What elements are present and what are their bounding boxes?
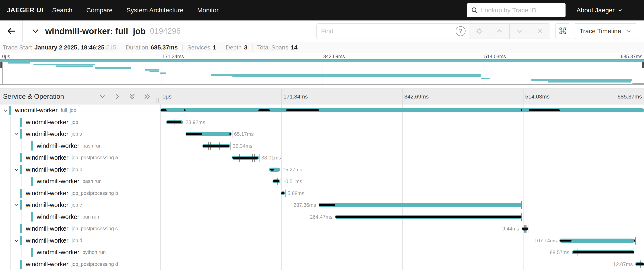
minimap-gridline xyxy=(161,60,162,84)
timeline-minimap[interactable] xyxy=(0,59,644,85)
duration-label: Duration xyxy=(126,44,148,51)
span-tree-row[interactable]: windmill-workerjob_postprocessing c xyxy=(0,223,160,235)
find-clear-button[interactable] xyxy=(530,24,550,39)
span-gantt-row: 10.51ms xyxy=(160,176,644,188)
span-tree-row[interactable]: windmill-workerbun run xyxy=(0,211,160,223)
nav-item-monitor[interactable]: Monitor xyxy=(197,6,218,14)
span-event-tick xyxy=(239,154,240,162)
minimap-tick-label: 514.03ms xyxy=(484,54,506,60)
column-resize-grip[interactable] xyxy=(156,98,159,102)
span-event-tick xyxy=(640,260,640,268)
keyboard-shortcuts-button[interactable]: ⌘ xyxy=(555,24,570,39)
service-name: windmill-worker xyxy=(26,202,68,208)
span-tree-row[interactable]: windmill-workerfull_job xyxy=(0,104,160,116)
close-icon xyxy=(536,28,543,34)
depth-label: Depth xyxy=(226,44,242,51)
operation-name: job d xyxy=(72,238,82,244)
find-prev-button[interactable] xyxy=(490,24,510,39)
span-tree-row[interactable]: windmill-workerjob_postprocessing a xyxy=(0,152,160,164)
span-tree-row[interactable]: windmill-workerbash run xyxy=(0,176,160,188)
service-name: windmill-worker xyxy=(26,119,68,126)
service-name: windmill-worker xyxy=(26,190,68,197)
trace-lookup-input[interactable]: Lookup by Trace ID... xyxy=(467,3,566,17)
span-duration-label: 10.51ms xyxy=(282,176,302,188)
minimap-span xyxy=(232,76,481,78)
span-gantt-row: 287.36ms xyxy=(160,199,644,211)
gantt-tick-label: 514.03ms xyxy=(525,94,550,100)
service-color-bar xyxy=(31,141,33,150)
nav-item-system-architecture[interactable]: System Architecture xyxy=(126,6,184,14)
indent-guide xyxy=(21,246,22,258)
service-name: windmill-worker xyxy=(26,237,68,244)
minimap-span xyxy=(160,72,166,74)
span-log-marker xyxy=(634,240,635,242)
span-gantt: 23.92ms65.17ms39.34ms38.01ms15.27ms10.51… xyxy=(160,104,644,270)
minimap-span xyxy=(532,79,632,81)
service-color-bar xyxy=(20,200,22,210)
collapse-all-icon[interactable] xyxy=(128,93,136,100)
minimap-tick-label: 0μs xyxy=(2,54,10,60)
span-tree-row[interactable]: windmill-workerjob_postprocessing d xyxy=(0,258,160,270)
caret-down-icon[interactable] xyxy=(14,132,19,138)
span-gantt-row: 12.07ms xyxy=(160,258,644,270)
find-help-button[interactable]: ? xyxy=(452,24,469,39)
tree-controls xyxy=(99,93,151,100)
minimap-span xyxy=(548,81,631,82)
span-tree-row[interactable]: windmill-workerpython run xyxy=(0,246,160,258)
span-tree-row[interactable]: windmill-workerjob a xyxy=(0,128,160,140)
command-icon: ⌘ xyxy=(558,26,567,36)
span-event-tick xyxy=(260,154,260,162)
service-name: windmill-worker xyxy=(37,178,79,185)
minimap-gridline xyxy=(322,60,322,84)
operation-name: bash run xyxy=(82,178,102,184)
span-tree-row[interactable]: windmill-workerjob_postprocessing b xyxy=(0,188,160,199)
trace-collapse-toggle[interactable] xyxy=(31,27,40,36)
span-log-marker xyxy=(203,145,230,147)
span-tree-row[interactable]: windmill-workerjob b xyxy=(0,164,160,176)
span-tree-row[interactable]: windmill-workerbash run xyxy=(0,140,160,152)
span-tree-row[interactable]: windmill-workerjob d xyxy=(0,235,160,247)
nav-item-search[interactable]: Search xyxy=(52,6,72,14)
service-color-bar xyxy=(20,153,22,162)
trace-start-fraction: .515 xyxy=(104,44,116,51)
span-event-tick xyxy=(232,130,232,138)
indent-guide xyxy=(10,176,11,188)
caret-down-icon[interactable] xyxy=(14,238,19,244)
about-jaeger-menu[interactable]: About Jaeger xyxy=(576,6,623,14)
trace-lookup-placeholder: Lookup by Trace ID... xyxy=(481,6,542,14)
find-focus-button[interactable] xyxy=(469,24,490,39)
span-tree-row[interactable]: windmill-workerjob xyxy=(0,116,160,128)
caret-down-icon[interactable] xyxy=(14,202,19,208)
indent-guide xyxy=(10,116,11,128)
back-button[interactable] xyxy=(0,20,22,42)
span-duration-label: 38.01ms xyxy=(262,152,281,164)
minimap-gridline xyxy=(483,60,484,84)
span-bar[interactable] xyxy=(160,108,644,112)
span-event-tick xyxy=(528,225,528,232)
caret-down-icon[interactable] xyxy=(3,108,8,114)
trace-id: 0194296 xyxy=(150,27,180,36)
gantt-tick-label: 685.37ms xyxy=(618,94,642,100)
find-input[interactable]: Find... xyxy=(316,24,452,39)
divider xyxy=(182,44,182,51)
app-logo[interactable]: JAEGER UI xyxy=(6,6,43,14)
span-event-tick xyxy=(285,190,286,197)
span-event-tick xyxy=(283,190,283,197)
collapse-one-icon[interactable] xyxy=(99,93,106,100)
span-bar[interactable] xyxy=(318,203,522,207)
caret-down-icon[interactable] xyxy=(14,167,19,173)
minimap-span xyxy=(211,74,481,76)
nav-item-compare[interactable]: Compare xyxy=(86,6,112,14)
expand-one-icon[interactable] xyxy=(114,93,121,100)
expand-all-icon[interactable] xyxy=(144,93,151,100)
span-tree-row[interactable]: windmill-workerjob c xyxy=(0,199,160,211)
operation-name: job c xyxy=(72,202,82,208)
trace-view-selector[interactable]: Trace Timeline xyxy=(574,24,637,39)
find-next-button[interactable] xyxy=(510,24,530,39)
gantt-tick-label: 0μs xyxy=(162,94,172,100)
gantt-gridline xyxy=(402,89,402,104)
operation-name: job b xyxy=(72,167,82,172)
operation-name: job xyxy=(72,120,78,125)
span-gantt-row: 38.01ms xyxy=(160,152,644,164)
operation-name: bash run xyxy=(82,143,102,149)
